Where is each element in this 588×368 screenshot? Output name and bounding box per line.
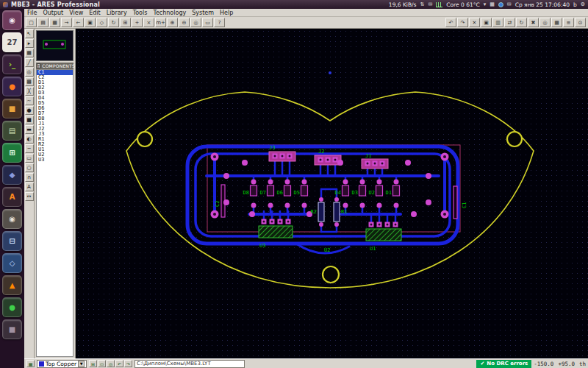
launcher-virtualbox[interactable]: ◇: [2, 253, 22, 273]
box-tool[interactable]: ▭: [25, 154, 34, 163]
round-pad-tool[interactable]: ●: [25, 106, 34, 115]
component-preview: [36, 30, 74, 61]
connectivity-tool[interactable]: ~: [25, 96, 34, 105]
toolbar-pick-parts[interactable]: ◎: [539, 18, 551, 27]
trace-tool[interactable]: ╱: [25, 58, 34, 67]
toolbar-undo[interactable]: ↶: [445, 18, 456, 27]
circle-tool[interactable]: ○: [25, 163, 34, 172]
pick-toggle-button[interactable]: T: [37, 63, 40, 68]
layer-selector[interactable]: Top Copper ▼: [37, 360, 87, 368]
mail-icon[interactable]: ✉: [428, 1, 432, 7]
toolbar-print[interactable]: ▣: [85, 18, 96, 27]
menu-view[interactable]: View: [69, 10, 83, 16]
toolbar: ▢▤▦→←▣◇↻⊞+×m+⊕⊖◎▭? ↶↷✕▣▥⇄↻✖◎▦≡⊙: [24, 17, 588, 29]
toolbar-zoom-out[interactable]: ⊖: [179, 18, 190, 27]
launcher-dash-home[interactable]: ◉: [2, 10, 22, 30]
pcb-label-d6: D6: [277, 190, 283, 196]
arc-tool[interactable]: ∩: [25, 173, 34, 182]
toolbar-block-rotate[interactable]: ↻: [516, 18, 527, 27]
layer-grid-icon[interactable]: ▦: [26, 360, 35, 367]
session-gear-icon[interactable]: ⚙: [581, 1, 585, 7]
caret-icon[interactable]: ▾: [484, 1, 487, 7]
envelope-icon[interactable]: ✉: [507, 1, 512, 7]
toolbar-block-delete[interactable]: ✖: [528, 18, 539, 27]
launcher-ide[interactable]: ◆: [2, 165, 22, 185]
launcher-package-manager[interactable]: ■: [2, 319, 22, 339]
pcb-label-c2: C2: [215, 201, 220, 207]
cpu-graph-icon[interactable]: [436, 2, 442, 7]
status-grid-units[interactable]: ▭: [98, 360, 106, 367]
toolbar-export[interactable]: ←: [73, 18, 84, 27]
menu-edit[interactable]: Edit: [89, 10, 101, 16]
keyboard-icon[interactable]: ▦: [490, 1, 495, 7]
component-tool[interactable]: ▸: [25, 39, 34, 48]
chevron-down-icon[interactable]: ▼: [78, 361, 85, 367]
toolbar-help[interactable]: ?: [214, 18, 225, 27]
launcher-file-manager[interactable]: ■: [2, 99, 22, 118]
launcher-terminal[interactable]: ›_: [2, 54, 22, 74]
clock[interactable]: Ср янв 25 17:06:40: [515, 1, 570, 8]
toolbar-zoom-area[interactable]: ▭: [202, 18, 213, 27]
text-tool[interactable]: A: [25, 183, 34, 191]
input-indicator-icon[interactable]: [498, 2, 503, 7]
pcb-canvas[interactable]: J3 J2 J1 D8 D7 D6 D5 D4 D3 D2 D1 R2 R1 U…: [76, 29, 588, 358]
launcher-calculator[interactable]: ⊟: [2, 231, 22, 251]
coordinate-readout: -150.0 +95.0 th: [534, 361, 586, 367]
session-user[interactable]: b: [573, 1, 577, 8]
layer-selector-value: Top Copper: [46, 361, 76, 367]
toolbar-zoom-in[interactable]: ⊕: [167, 18, 178, 27]
launcher-firefox[interactable]: ●: [2, 77, 22, 96]
launcher-media-player[interactable]: ●: [2, 297, 22, 317]
toolbar-redo[interactable]: ↷: [457, 18, 468, 27]
toolbar-zoom-all[interactable]: ◎: [190, 18, 201, 27]
square-pad-tool[interactable]: ■: [25, 116, 34, 124]
launcher-vlc[interactable]: ▲: [2, 275, 22, 295]
component-list-item[interactable]: U3: [37, 158, 73, 163]
selection-tool[interactable]: ↖: [25, 29, 34, 38]
launcher-spreadsheet[interactable]: ⊞: [2, 143, 22, 163]
toolbar-grid-toggle[interactable]: ⊞: [120, 18, 131, 27]
toolbar-make-package[interactable]: ▦: [551, 18, 562, 27]
launcher-workspace-27[interactable]: 27: [2, 32, 22, 52]
toolbar-save-file[interactable]: ▦: [49, 18, 60, 27]
net-arrows-icon[interactable]: ⇅: [420, 1, 425, 7]
toolbar-x-cursor[interactable]: ×: [143, 18, 154, 27]
ratsnest-tool[interactable]: ╳: [25, 87, 34, 96]
zone-tool[interactable]: ▩: [25, 77, 34, 86]
status-rotate-ccw[interactable]: ↶: [115, 360, 123, 367]
launcher-gimp[interactable]: ◉: [2, 209, 22, 229]
edge-pad-tool[interactable]: ◐: [25, 135, 34, 144]
status-rotate-cw[interactable]: ↷: [124, 360, 132, 367]
via-tool[interactable]: ◎: [25, 68, 34, 77]
status-polar-toggle[interactable]: ◎: [107, 360, 115, 367]
launcher-text-editor[interactable]: ▤: [2, 121, 22, 141]
toolbar-new-file[interactable]: ▢: [26, 18, 37, 27]
toolbar-copy[interactable]: ▣: [481, 18, 492, 27]
menu-technology[interactable]: Technology: [153, 10, 186, 16]
menu-file[interactable]: File: [27, 10, 37, 16]
toolbar-block-move[interactable]: ⇄: [504, 18, 515, 27]
toolbar-set-template[interactable]: ≡: [563, 18, 574, 27]
dil-pad-tool[interactable]: ▬: [25, 125, 34, 134]
status-snap-toggle[interactable]: ⊞: [89, 360, 97, 367]
toolbar-metric-toggle[interactable]: m+: [155, 18, 166, 27]
toolbar-cut[interactable]: ✕: [469, 18, 480, 27]
toolbar-mark-output-area[interactable]: ◇: [96, 18, 107, 27]
line-tool[interactable]: ─: [25, 144, 34, 153]
drc-status-badge[interactable]: ✔ No DRC errors: [476, 360, 531, 368]
menu-output[interactable]: Output: [43, 10, 63, 16]
toolbar-open-file[interactable]: ▤: [37, 18, 49, 27]
menu-tools[interactable]: Tools: [133, 10, 148, 16]
toolbar-import[interactable]: →: [61, 18, 72, 27]
toolbar-search-tag[interactable]: ⊙: [575, 18, 586, 27]
dimension-tool[interactable]: ↔: [25, 192, 34, 201]
launcher-designer[interactable]: A: [2, 187, 22, 207]
menu-library[interactable]: Library: [107, 10, 127, 16]
window-title: MBE3 - ARES Professional: [11, 1, 100, 8]
toolbar-false-origin[interactable]: +: [132, 18, 143, 27]
package-tool[interactable]: ▦: [25, 49, 34, 57]
menu-help[interactable]: Help: [220, 10, 233, 16]
menu-system[interactable]: System: [192, 10, 214, 16]
toolbar-block-copy[interactable]: ▥: [492, 18, 503, 27]
toolbar-redraw[interactable]: ↻: [108, 18, 119, 27]
